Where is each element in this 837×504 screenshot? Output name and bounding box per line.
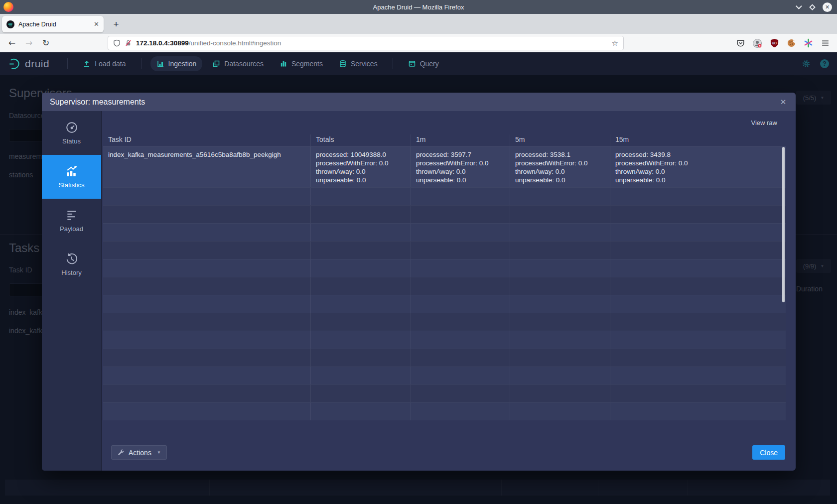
bookmark-star-icon[interactable]: ☆ [612, 39, 618, 48]
column-header-15m[interactable]: 15m [610, 134, 786, 146]
dialog-tab-label: Payload [60, 225, 83, 233]
table-cell [510, 295, 610, 313]
column-header-5m[interactable]: 5m [510, 134, 610, 146]
column-header-1m[interactable]: 1m [411, 134, 510, 146]
table-cell [510, 242, 610, 259]
cell-line: unparseable: 0.0 [416, 176, 505, 184]
view-raw-link[interactable]: View raw [751, 119, 777, 126]
colorful-asterisk-extension-icon[interactable] [803, 38, 813, 48]
dialog-tab-payload[interactable]: Payload [42, 199, 101, 243]
table-cell [411, 206, 510, 223]
table-cell [510, 277, 610, 295]
nav-item-label: Segments [291, 60, 323, 68]
back-button[interactable]: ← [5, 36, 19, 50]
window-maximize-icon[interactable] [809, 4, 816, 10]
close-button[interactable]: Close [752, 445, 785, 460]
help-icon[interactable]: ? [820, 59, 829, 68]
table-empty-row [103, 367, 786, 384]
url-text[interactable]: 172.18.0.4:30899/unified-console.html#in… [136, 39, 608, 47]
table-cell: processed: 3439.8processedWithError: 0.0… [610, 147, 786, 187]
table-cell [510, 403, 610, 420]
services-icon [339, 60, 347, 68]
caret-down-icon: ▼ [157, 450, 161, 455]
cell-line: processedWithError: 0.0 [416, 159, 505, 167]
dialog-tab-statistics[interactable]: Statistics [42, 155, 101, 199]
table-cell: processed: 3538.1processedWithError: 0.0… [510, 147, 610, 187]
dialog-header: Supervisor: measurements ✕ [42, 93, 796, 111]
table-cell [510, 259, 610, 277]
tab-title: Apache Druid [18, 21, 90, 28]
cell-line: processedWithError: 0.0 [615, 159, 781, 167]
settings-gear-icon[interactable] [801, 59, 811, 69]
cookie-extension-icon[interactable] [786, 38, 796, 48]
table-empty-row [103, 277, 786, 295]
menu-hamburger-icon[interactable] [820, 38, 830, 48]
new-tab-button[interactable]: + [110, 18, 123, 31]
account-extension-icon[interactable] [752, 38, 762, 48]
table-cell [103, 367, 310, 384]
ublock-origin-icon[interactable]: uO [769, 38, 779, 48]
nav-item-services[interactable]: Services [333, 56, 384, 71]
table-cell [510, 206, 610, 223]
shield-icon[interactable] [113, 39, 121, 47]
table-cell [310, 385, 411, 402]
reload-button[interactable]: ↻ [39, 36, 53, 50]
dialog-main: View raw Task IDTotals1m5m15mindex_kafka… [102, 111, 796, 471]
nav-item-label: Load data [95, 60, 126, 68]
firefox-icon [3, 2, 13, 12]
cell-line: processedWithError: 0.0 [316, 159, 406, 167]
insecure-lock-icon[interactable] [125, 39, 132, 47]
pocket-icon[interactable] [735, 38, 745, 48]
table-cell [610, 277, 786, 295]
cell-line: thrownAway: 0.0 [316, 167, 406, 176]
column-header-totals[interactable]: Totals [310, 134, 411, 146]
table-cell [610, 295, 786, 313]
table-cell [310, 224, 411, 241]
query-icon [408, 60, 416, 68]
tab-close-icon[interactable]: ✕ [94, 20, 99, 28]
nav-item-load-data[interactable]: Load data [77, 56, 132, 71]
cell-line: thrownAway: 0.0 [416, 167, 505, 176]
table-scrollbar[interactable] [782, 147, 785, 302]
window-close-icon[interactable]: ✕ [823, 2, 832, 12]
dialog-tab-status[interactable]: Status [42, 111, 101, 155]
actions-button[interactable]: Actions ▼ [111, 445, 167, 460]
forward-button[interactable]: → [22, 36, 36, 50]
dialog-close-icon[interactable]: ✕ [778, 97, 789, 108]
table-cell [411, 295, 510, 313]
tab-bar: Apache Druid ✕ + [0, 14, 837, 34]
table-cell [103, 188, 310, 205]
table-empty-row [103, 241, 786, 259]
druid-navbar: druid Load dataIngestionDatasourcesSegme… [0, 52, 837, 75]
table-cell [310, 313, 411, 331]
browser-toolbar: ← → ↻ 172.18.0.4:30899/unified-console.h… [0, 34, 837, 52]
table-empty-row [103, 187, 786, 205]
column-header-task-id[interactable]: Task ID [103, 134, 310, 146]
nav-item-query[interactable]: Query [402, 56, 445, 71]
cell-line: processed: 3538.1 [515, 150, 605, 159]
table-cell [610, 242, 786, 259]
tab-apache-druid[interactable]: Apache Druid ✕ [2, 16, 104, 32]
table-cell [310, 349, 411, 367]
table-empty-row [103, 259, 786, 277]
table-row: index_kafka_measurements_a5616c5ba8afb8b… [103, 146, 786, 187]
table-cell [103, 313, 310, 331]
nav-item-ingestion[interactable]: Ingestion [150, 56, 203, 71]
druid-brand[interactable]: druid [8, 57, 49, 71]
dialog-tab-history[interactable]: History [42, 243, 101, 286]
table-cell [610, 331, 786, 349]
cell-line: index_kafka_measurements_a5616c5ba8afb8b… [108, 150, 305, 159]
dialog-tab-label: History [61, 269, 81, 276]
nav-item-segments[interactable]: Segments [274, 56, 329, 71]
table-cell [103, 277, 310, 295]
stats-chart-icon [65, 165, 78, 178]
table-empty-row [103, 313, 786, 331]
url-bar[interactable]: 172.18.0.4:30899/unified-console.html#in… [108, 36, 624, 50]
navbar-divider [141, 58, 141, 69]
close-button-label: Close [760, 449, 778, 457]
align-left-icon [65, 209, 78, 222]
nav-item-datasources[interactable]: Datasources [206, 56, 270, 71]
table-empty-row [103, 402, 786, 420]
table-cell [610, 403, 786, 420]
navbar-divider [67, 58, 68, 69]
